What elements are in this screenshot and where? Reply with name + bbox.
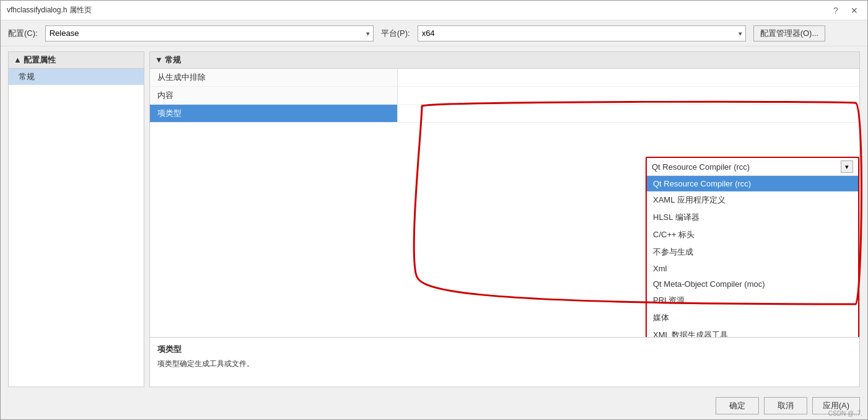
main-content: ▲ 配置属性 常规 ▼ 常规 从生成中排除 xyxy=(1,46,867,392)
platform-select[interactable]: x64 xyxy=(418,25,746,42)
description-title: 项类型 xyxy=(157,344,852,355)
dropdown-item-4[interactable]: 不参与生成 xyxy=(647,243,858,261)
prop-row-content: 内容 xyxy=(150,87,859,105)
dropdown-item-7[interactable]: PRI 资源 xyxy=(647,292,858,309)
title-bar-controls: ? ✕ xyxy=(829,4,861,17)
dialog-title: vfhclassifydialog.h 属性页 xyxy=(7,5,92,15)
ok-button[interactable]: 确定 xyxy=(716,397,759,414)
properties-table: 从生成中排除 内容 项类型 xyxy=(150,69,859,337)
watermark: CSDN @..7. xyxy=(828,410,862,417)
footer: 确定 取消 应用(A) xyxy=(1,392,867,419)
prop-value-content xyxy=(398,87,859,104)
prop-value-exclude xyxy=(398,69,859,86)
help-button[interactable]: ? xyxy=(829,4,843,17)
dropdown-item-6[interactable]: Qt Meta-Object Compiler (moc) xyxy=(647,276,858,292)
dropdown-item-0[interactable]: Qt Resource Compiler (rcc) xyxy=(647,176,858,191)
platform-label: 平台(P): xyxy=(381,28,410,39)
right-panel: ▼ 常规 从生成中排除 内容 项类型 xyxy=(149,51,860,387)
prop-name-content: 内容 xyxy=(150,87,398,104)
prop-row-exclude: 从生成中排除 xyxy=(150,69,859,87)
close-button[interactable]: ✕ xyxy=(848,4,861,17)
dropdown-item-1[interactable]: XAML 应用程序定义 xyxy=(647,191,858,209)
dropdown-item-8[interactable]: 媒体 xyxy=(647,309,858,326)
section-header-label: ▼ 常规 xyxy=(155,55,181,66)
config-select-wrapper: Release xyxy=(45,25,374,42)
config-manager-button[interactable]: 配置管理器(O)... xyxy=(753,25,826,42)
dropdown-item-5[interactable]: Xml xyxy=(647,261,858,276)
description-text: 项类型确定生成工具或文件。 xyxy=(157,359,852,369)
tree-header: ▲ 配置属性 xyxy=(9,52,144,69)
dropdown-toggle-button[interactable]: ▾ xyxy=(841,160,853,173)
dropdown-list: Qt Resource Compiler (rcc) XAML 应用程序定义 H… xyxy=(647,176,858,337)
dropdown-item-2[interactable]: HLSL 编译器 xyxy=(647,209,858,226)
dropdown-header-text: Qt Resource Compiler (rcc) xyxy=(652,162,750,172)
cancel-button[interactable]: 取消 xyxy=(764,397,807,414)
section-header: ▼ 常规 xyxy=(150,52,859,69)
prop-name-itemtype: 项类型 xyxy=(150,105,398,122)
properties-area: ▼ 常规 从生成中排除 内容 项类型 xyxy=(149,51,860,338)
config-label: 配置(C): xyxy=(8,28,38,39)
description-area: 项类型 项类型确定生成工具或文件。 xyxy=(149,338,860,387)
prop-value-itemtype: Qt Resource Compiler (rcc) ▾ Qt Resource… xyxy=(398,105,859,122)
platform-select-wrapper: x64 xyxy=(418,25,746,42)
tree-header-label: ▲ 配置属性 xyxy=(14,55,56,66)
dropdown-header: Qt Resource Compiler (rcc) ▾ xyxy=(647,158,858,176)
toolbar: 配置(C): Release 平台(P): x64 配置管理器(O)... xyxy=(1,20,867,46)
dropdown-item-3[interactable]: C/C++ 标头 xyxy=(647,226,858,243)
dropdown-item-9[interactable]: XML 数据生成器工具 xyxy=(647,326,858,337)
title-bar: vfhclassifydialog.h 属性页 ? ✕ xyxy=(1,1,867,20)
left-panel: ▲ 配置属性 常规 xyxy=(8,51,144,387)
tree-item-general[interactable]: 常规 xyxy=(9,69,144,85)
itemtype-dropdown: Qt Resource Compiler (rcc) ▾ Qt Resource… xyxy=(646,157,859,337)
config-select[interactable]: Release xyxy=(45,25,374,42)
prop-name-exclude: 从生成中排除 xyxy=(150,69,398,86)
dialog-window: vfhclassifydialog.h 属性页 ? ✕ 配置(C): Relea… xyxy=(0,0,868,420)
prop-row-itemtype: 项类型 Qt Resource Compiler (rcc) ▾ xyxy=(150,105,859,123)
